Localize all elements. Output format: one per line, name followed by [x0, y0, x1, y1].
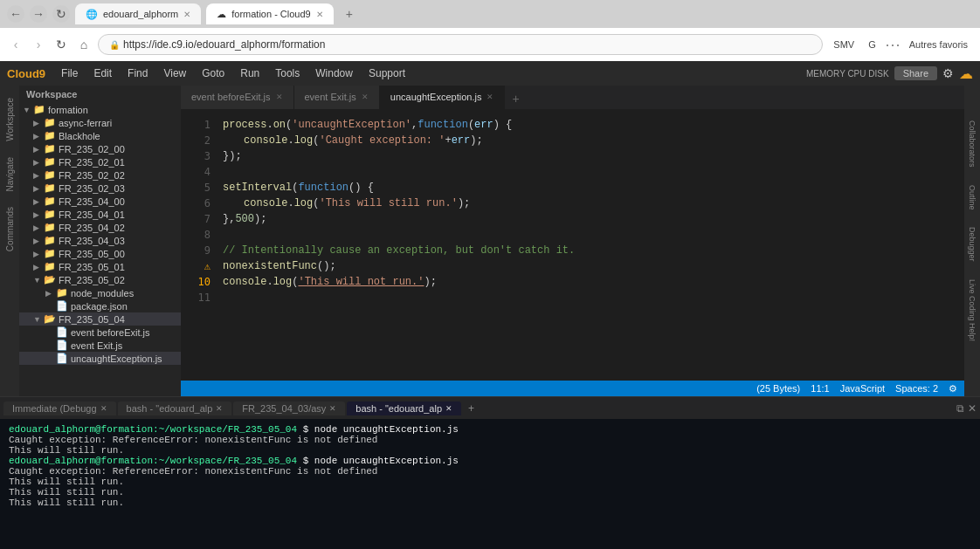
- terminal-add-btn[interactable]: +: [463, 401, 480, 416]
- editor-tab-close-1[interactable]: ✕: [362, 93, 369, 101]
- nav-forward[interactable]: →: [30, 5, 47, 23]
- menu-window[interactable]: Window: [308, 65, 360, 81]
- terminal-tab-3[interactable]: bash - "edouard_alp ✕: [347, 401, 461, 415]
- share-button[interactable]: Share: [894, 66, 937, 80]
- settings-button[interactable]: ⚙: [942, 66, 954, 80]
- tree-item-11[interactable]: ▶ 📁 FR_235_05_01: [19, 260, 181, 273]
- nav-forward2[interactable]: ›: [30, 36, 47, 53]
- terminal-tab-0[interactable]: Immediate (Debugg ✕: [3, 401, 116, 415]
- tree-item-package[interactable]: ▶ 📄 package.json: [19, 299, 181, 312]
- menu-support[interactable]: Support: [362, 65, 412, 81]
- terminal-tab-close-3[interactable]: ✕: [445, 404, 452, 413]
- folder-icon-9: 📁: [44, 235, 56, 246]
- folder-icon-6: 📁: [44, 196, 56, 207]
- right-item-collaborators[interactable]: Collaborators: [968, 120, 977, 168]
- menu-goto[interactable]: Goto: [195, 65, 231, 81]
- editor-tab-2[interactable]: uncaughtException.js ✕: [380, 86, 506, 109]
- nav-refresh[interactable]: ↻: [52, 5, 70, 23]
- terminal-tab-close-0[interactable]: ✕: [100, 404, 107, 413]
- terminal-tab-close-2[interactable]: ✕: [329, 404, 336, 413]
- right-item-live-coding[interactable]: Live Coding Help!: [968, 279, 977, 341]
- editor-tab-0[interactable]: event beforeExit.js ✕: [181, 86, 294, 109]
- nav-back[interactable]: ←: [7, 5, 24, 23]
- terminal-content[interactable]: edouard_alphorm@formation:~/workspace/FR…: [0, 419, 980, 549]
- activity-workspace[interactable]: Workspace: [3, 94, 17, 145]
- tree-root-folder[interactable]: ▼ 📁 formation: [19, 103, 181, 116]
- menu-edit[interactable]: Edit: [86, 65, 119, 81]
- term-output-6: This will still run.: [9, 477, 124, 487]
- new-tab-btn[interactable]: +: [339, 3, 360, 24]
- tab-close-1[interactable]: ✕: [316, 10, 323, 19]
- terminal-tabs: Immediate (Debugg ✕ bash - "edouard_alp …: [0, 396, 980, 419]
- tree-item-9[interactable]: ▶ 📁 FR_235_04_03: [19, 234, 181, 247]
- status-spaces[interactable]: Spaces: 2: [895, 383, 938, 395]
- file-tree: Workspace ▼ 📁 formation ▶ 📁 async-ferrar…: [19, 86, 181, 396]
- folder-icon-8: 📁: [44, 222, 56, 233]
- menu-run[interactable]: Run: [233, 65, 266, 81]
- tree-item-0[interactable]: ▶ 📁 async-ferrari: [19, 116, 181, 129]
- tree-item-4[interactable]: ▶ 📁 FR_235_02_02: [19, 168, 181, 182]
- bookmarks-bar: SMV G ⋯ Autres favoris: [828, 35, 973, 54]
- arrow-7: ▶: [33, 210, 44, 219]
- address-bar[interactable]: 🔒 https://ide.c9.io/edouard_alphorm/form…: [98, 34, 823, 55]
- tree-label-1: Blackhole: [59, 131, 100, 141]
- menu-file[interactable]: File: [54, 65, 85, 81]
- term-output-8: This will still run.: [9, 498, 124, 508]
- nav-back2[interactable]: ‹: [7, 36, 24, 53]
- terminal-close-btn[interactable]: ✕: [968, 402, 977, 415]
- folder-icon-nm: 📁: [56, 287, 68, 299]
- terminal-tab-close-1[interactable]: ✕: [216, 404, 223, 413]
- status-position: 11:1: [811, 383, 829, 395]
- bookmark-autres[interactable]: Autres favoris: [904, 38, 973, 51]
- tree-label-4: FR_235_02_02: [59, 170, 125, 181]
- tree-file-exit[interactable]: ▶ 📄 event Exit.js: [19, 339, 181, 352]
- tree-item-13[interactable]: ▼ 📂 FR_235_05_04: [19, 312, 181, 326]
- right-item-debugger[interactable]: Debugger: [968, 227, 977, 262]
- term-prompt-1: edouard_alphorm@formation:~/workspace/FR…: [9, 424, 297, 435]
- editor-tab-close-2[interactable]: ✕: [487, 93, 493, 101]
- bookmark-g[interactable]: G: [863, 38, 881, 51]
- code-line-6: console.log('This will still run.');: [223, 196, 957, 211]
- tree-file-uncaught[interactable]: ▶ 📄 uncaughtException.js: [19, 352, 181, 365]
- right-item-outline[interactable]: Outline: [968, 185, 977, 210]
- editor-tab-1[interactable]: event Exit.js ✕: [294, 86, 380, 109]
- tree-item-3[interactable]: ▶ 📁 FR_235_02_01: [19, 155, 181, 168]
- menu-find[interactable]: Find: [121, 65, 155, 81]
- editor-tabs: event beforeExit.js ✕ event Exit.js ✕ un…: [181, 86, 964, 110]
- menu-view[interactable]: View: [156, 65, 193, 81]
- arrow-0: ▶: [33, 119, 44, 127]
- editor-area: event beforeExit.js ✕ event Exit.js ✕ un…: [181, 86, 964, 396]
- tree-item-2[interactable]: ▶ 📁 FR_235_02_00: [19, 142, 181, 155]
- tab-add-btn[interactable]: +: [505, 88, 526, 109]
- editor-tab-close-0[interactable]: ✕: [276, 93, 283, 101]
- tree-item-12[interactable]: ▼ 📂 FR_235_05_02: [19, 273, 181, 286]
- tree-item-5[interactable]: ▶ 📁 FR_235_02_03: [19, 182, 181, 195]
- code-line-7: }, 500);: [223, 211, 957, 227]
- nav-refresh2[interactable]: ↻: [52, 36, 70, 53]
- code-content[interactable]: process.on('uncaughtException', function…: [216, 110, 964, 381]
- lock-icon: 🔒: [109, 40, 120, 50]
- activity-commands[interactable]: Commands: [3, 203, 17, 255]
- tab-close-0[interactable]: ✕: [183, 10, 190, 19]
- terminal-maximize-btn[interactable]: ⧉: [956, 402, 964, 415]
- term-output-7: This will still run.: [9, 487, 124, 498]
- tree-item-node-modules[interactable]: ▶ 📁 node_modules: [19, 286, 181, 299]
- menu-tools[interactable]: Tools: [268, 65, 307, 81]
- terminal-tab-2[interactable]: FR_235_04_03/asy ✕: [233, 401, 345, 415]
- tree-item-1[interactable]: ▶ 📁 Blackhole: [19, 129, 181, 142]
- tree-item-10[interactable]: ▶ 📁 FR_235_05_00: [19, 247, 181, 260]
- browser-tab-0[interactable]: 🌐 edouard_alphorm ✕: [75, 3, 201, 24]
- settings-gear-icon[interactable]: ⚙: [949, 383, 957, 395]
- tree-file-befex[interactable]: ▶ 📄 event beforeExit.js: [19, 326, 181, 339]
- tree-item-6[interactable]: ▶ 📁 FR_235_04_00: [19, 195, 181, 208]
- nav-home[interactable]: ⌂: [75, 36, 93, 53]
- terminal-tab-1[interactable]: bash - "edouard_alp ✕: [118, 401, 232, 415]
- browser-tab-1[interactable]: ☁ formation - Cloud9 ✕: [206, 3, 334, 24]
- status-language[interactable]: JavaScript: [840, 383, 885, 395]
- bookmark-smv[interactable]: SMV: [828, 38, 859, 51]
- folder-icon-5: 📁: [44, 182, 56, 194]
- activity-navigate[interactable]: Navigate: [3, 154, 17, 195]
- tree-item-8[interactable]: ▶ 📁 FR_235_04_02: [19, 221, 181, 234]
- term-prompt-4: edouard_alphorm@formation:~/workspace/FR…: [9, 456, 297, 466]
- tree-item-7[interactable]: ▶ 📁 FR_235_04_01: [19, 208, 181, 221]
